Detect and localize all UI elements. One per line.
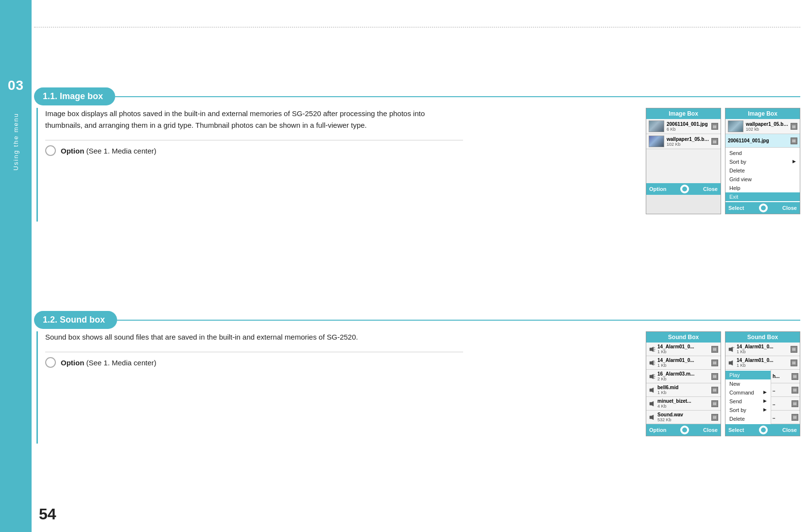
sound-item6: Sound.wav 532 Kb ▤ [646,411,721,424]
screen1-empty [646,149,721,183]
screen2-item1-icon: ▤ [791,123,797,130]
sound-box-heading-line [117,320,800,321]
screen1-item2: wallpaper1_05.bm... 102 Kb ▤ [646,134,721,149]
image-box-heading: 1.1. Image box [34,87,115,105]
sound-box-option-line: Option (See 1. Media center) [45,352,463,368]
sound-menu-send[interactable]: Send [725,397,771,406]
svg-marker-8 [650,374,654,379]
sound-menu-new[interactable]: New [725,379,771,388]
screen2-menu: Send Sort by Delete Grid view Help Exit [725,148,800,202]
svg-line-3 [654,351,655,351]
sound-screen2-center[interactable] [759,426,768,434]
screen1-option[interactable]: Option [649,186,666,192]
sound-box-text-area: Sound box shows all sound files that are… [45,331,463,368]
sound-item3: 16_Alarm03.m... 2 Kb ▤ [646,370,721,383]
svg-marker-17 [729,360,733,365]
sound-box-screenshots: Sound Box 14_Alarm01_0... 1 Kb ▤ [646,331,800,436]
screen1-title: Image Box [646,108,721,119]
sound-screen2-select[interactable]: Select [728,427,744,433]
thumb2 [649,136,664,147]
sound-box-heading-row: 1.2. Sound box [34,311,800,329]
sound-icon2 [649,360,655,366]
sound-s2-item2: 14_Alarm01_0... 1 Kb ▤ [725,356,800,370]
sound-box-heading: 1.2. Sound box [34,311,117,329]
sound-item4: bell6.mid 1 Kb ▤ [646,383,721,397]
svg-line-7 [654,364,655,365]
sound-screen2-bottom: Select Close [725,424,800,436]
sound-item1-icon: ▤ [711,346,718,353]
sound-menu-delete[interactable]: Delete [725,414,771,423]
image-box-description: Image box displays all photos saved in t… [45,108,458,131]
image-box-screenshots: Image Box 20061104_001.jpg 6 Kb ▤ [646,108,800,214]
image-box-wrapper: Image box displays all photos saved in t… [36,108,800,222]
image-box-body: Image box displays all photos saved in t… [45,108,800,214]
sound-screen1-option[interactable]: Option [649,427,666,433]
thumb1 [649,120,664,132]
svg-marker-15 [729,347,733,352]
chapter-number: 03 [8,78,24,93]
sound-menu-play[interactable]: Play [725,371,771,379]
item1-info: 20061104_001.jpg 6 Kb [667,121,710,132]
sound-s2-menu-area: Play New Command Send Sort by Delete h. [725,370,800,424]
svg-marker-13 [650,401,654,406]
sound-box-description: Sound box shows all sound files that are… [45,331,458,343]
option-circle [45,145,56,156]
menu-exit[interactable]: Exit [725,192,800,201]
svg-line-16 [733,347,734,348]
screen2-center-btn[interactable] [759,204,768,212]
sound-s2-icon2 [728,360,735,366]
image-box-heading-line [115,96,800,97]
sound-box-screen2: Sound Box 14_Alarm01_0... 1 Kb ▤ [725,331,800,436]
sidebar: 03 Using the menu [0,0,32,532]
sound-s2-item1: 14_Alarm01_0... 1 Kb ▤ [725,343,800,356]
sound-screen1-close[interactable]: Close [703,427,718,433]
image-box-screen1: Image Box 20061104_001.jpg 6 Kb ▤ [646,108,721,214]
screen2-select[interactable]: Select [728,205,744,211]
menu-send[interactable]: Send [725,149,800,157]
svg-line-9 [654,375,655,375]
screen2-close[interactable]: Close [782,205,797,211]
svg-marker-12 [650,388,654,393]
sound-icon6 [649,414,655,421]
screen1-bottom: Option Close [646,183,721,195]
sound-screen1-center[interactable] [680,426,689,434]
menu-gridview[interactable]: Grid view [725,175,800,184]
sound-screen2-close[interactable]: Close [782,427,797,433]
sound-menu-command[interactable]: Command [725,388,771,397]
menu-help[interactable]: Help [725,184,800,192]
sound-item1: 14_Alarm01_0... 1 Kb ▤ [646,343,721,356]
svg-line-11 [654,378,655,378]
sound-box-option-text: Option (See 1. Media center) [61,359,156,367]
sound-screen1-title: Sound Box [646,332,721,343]
sound-option-circle [45,357,56,368]
screen2-item2-icon: ▤ [791,137,797,144]
menu-delete[interactable]: Delete [725,166,800,175]
image-box-option-text: Option (See 1. Media center) [61,147,156,155]
svg-marker-0 [650,347,654,352]
sound-item5: minuet_bizet... 4 Kb ▤ [646,397,721,411]
sound-box-section: 1.2. Sound box Sound box shows all sound… [34,311,800,444]
screen1-center-btn[interactable] [680,185,689,193]
sound-box-screen1: Sound Box 14_Alarm01_0... 1 Kb ▤ [646,331,721,436]
top-divider [34,27,800,28]
image-box-option-line: Option (See 1. Media center) [45,140,463,156]
sound-icon3 [649,373,655,380]
sound-menu-sort[interactable]: Sort by [725,406,771,414]
svg-line-1 [654,347,655,348]
screen2-item1: wallpaper1_05.bm... 102 kb ▤ [725,119,800,134]
sound-box-wrapper: Sound box shows all sound files that are… [36,331,800,444]
screen2-bottom: Select Close [725,202,800,214]
sound-s2-right-items: h... ▤ .. ▤ .. ▤ [771,370,800,424]
item2-icon: ▤ [711,138,718,145]
sound-screen1-bottom: Option Close [646,424,721,436]
screen1-item1: 20061104_001.jpg 6 Kb ▤ [646,119,721,134]
screen2-title: Image Box [725,108,800,119]
sound-item2: 14_Alarm01_0... 1 Kb ▤ [646,356,721,370]
image-box-section: 1.1. Image box Image box displays all ph… [34,87,800,222]
sound-icon5 [649,400,655,407]
main-content: 1.1. Image box Image box displays all ph… [34,39,800,532]
item1-icon: ▤ [711,123,718,130]
menu-sort[interactable]: Sort by [725,157,800,166]
image-box-screen2: Image Box wallpaper1_05.bm... 102 kb ▤ [725,108,800,214]
screen1-close[interactable]: Close [703,186,718,192]
